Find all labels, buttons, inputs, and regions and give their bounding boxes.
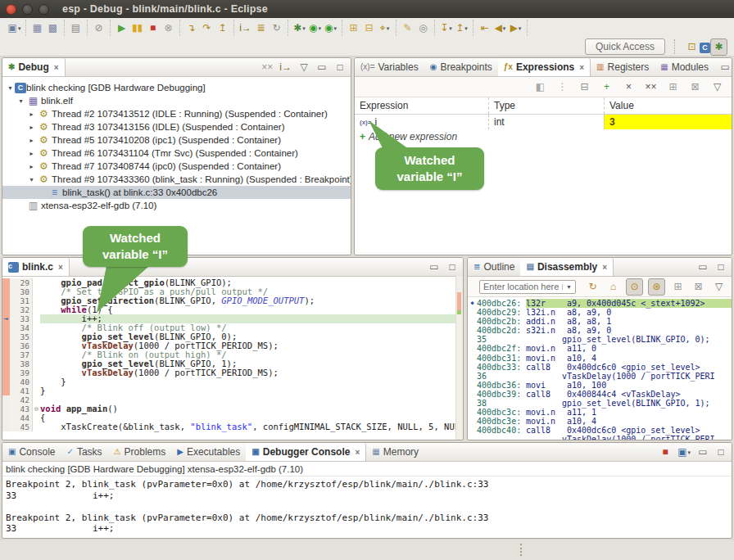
debug-icon[interactable]: ✱▾	[292, 20, 307, 36]
disassembly-instruction-line[interactable]: 400dbc2d:s32i.na8, a9, 0	[468, 326, 732, 335]
fold-marker-icon[interactable]: ⊖	[33, 404, 40, 413]
annotation-ruler[interactable]	[2, 341, 10, 350]
maximize-icon[interactable]: □	[715, 445, 727, 460]
open-element-icon[interactable]: ⊟	[361, 20, 377, 36]
tab-executables[interactable]: ▶Executables	[171, 443, 246, 461]
terminate-icon[interactable]: ■	[659, 445, 671, 460]
annotation-ruler[interactable]	[2, 296, 10, 305]
suspend-icon[interactable]: ▮▮	[129, 20, 145, 36]
annotation-ruler[interactable]	[2, 323, 10, 332]
skip-all-breakpoints-icon[interactable]: ⊘	[91, 20, 106, 36]
tree-expander-open-icon[interactable]: ▾	[27, 176, 36, 183]
disassembly-instruction-line[interactable]: 400dbc31:movi.na10, 4	[468, 354, 732, 363]
tab-breakpoints[interactable]: ◉Breakpoints	[424, 58, 498, 76]
new-view-icon[interactable]: ⊞	[670, 279, 686, 295]
close-tab-icon[interactable]: ×	[58, 263, 63, 272]
tab-disassembly[interactable]: ▤Disassembly×	[520, 258, 614, 276]
annotation-ruler[interactable]	[2, 404, 10, 413]
annotation-ruler[interactable]	[2, 413, 10, 422]
tab-problems[interactable]: ⚠Problems	[108, 443, 172, 461]
tab-debug[interactable]: ✱ Debug ×	[2, 58, 66, 76]
minimize-icon[interactable]: ▭	[697, 445, 709, 460]
tree-expander-open-icon[interactable]: ▾	[16, 97, 25, 105]
tab-memory[interactable]: ▦Memory	[366, 443, 424, 461]
disassembly-instruction-line[interactable]: 400dbc3c:movi.na11, 1	[468, 408, 732, 417]
debug-tree-row[interactable]: ▾Cblink checking [GDB Hardware Debugging…	[2, 81, 351, 94]
code-line[interactable]: 41}	[2, 386, 463, 395]
window-minimize-button[interactable]	[22, 4, 33, 15]
pin-view-icon[interactable]: ⊠	[687, 79, 703, 95]
tree-expander-closed-icon[interactable]: ▸	[27, 124, 36, 131]
annotation-ruler[interactable]	[2, 332, 10, 341]
disassembly-source-line[interactable]: vTaskDelay(1000 / portTICK_PERI	[468, 435, 732, 440]
disassembly-instruction-line[interactable]: 400dbc2f:movi.na11, 0	[468, 344, 732, 353]
view-menu-icon[interactable]: ▽	[711, 279, 727, 295]
open-perspective-icon[interactable]: ⊡	[684, 39, 700, 55]
new-wizard-icon[interactable]: ▣▾	[7, 20, 22, 36]
tab-modules[interactable]: ▦Modules	[655, 58, 714, 76]
disassembly-instruction-line[interactable]: 400dbc40:call80x400dc6c0 <gpio_set_level…	[468, 426, 732, 435]
debug-tree-row[interactable]: ▸⚙Thread #6 1073431104 (Tmr Svc) (Suspen…	[2, 147, 351, 160]
debug-tree-row[interactable]: ▾▦blink.elf	[2, 94, 351, 107]
cpp-perspective-icon[interactable]: C	[700, 43, 710, 53]
tree-expander-closed-icon[interactable]: ▸	[27, 137, 36, 144]
console-output[interactable]: Breakpoint 2, blink_task (pvParameter=0x…	[2, 476, 732, 535]
column-header-type[interactable]: Type	[488, 97, 604, 114]
remove-all-expressions-icon[interactable]: ××	[643, 79, 659, 95]
breakpoint-ruler-marker[interactable]: →	[2, 314, 10, 323]
tab-tasks[interactable]: ✓Tasks	[61, 443, 107, 461]
save-icon[interactable]: ▦	[29, 20, 45, 36]
window-close-button[interactable]	[6, 4, 16, 15]
step-return-icon[interactable]: ↥	[215, 20, 230, 36]
debug-perspective-icon[interactable]: ✱	[710, 38, 727, 56]
search-icon[interactable]: ⌖▾	[377, 20, 392, 36]
instruction-stepping-icon[interactable]: i→	[238, 20, 253, 36]
tab-variables[interactable]: (x)=Variables	[355, 58, 424, 76]
home-icon[interactable]: ⌂	[605, 279, 621, 295]
tab-console[interactable]: ▣Console	[2, 443, 61, 461]
tab-debugger-console[interactable]: ▣Debugger Console×	[246, 443, 366, 461]
close-tab-icon[interactable]: ×	[355, 448, 360, 457]
tree-expander-closed-icon[interactable]: ▸	[27, 111, 36, 118]
column-header-expression[interactable]: Expression	[355, 97, 488, 114]
display-selected-console-icon[interactable]: ▣▾	[677, 445, 691, 460]
disassembly-source-line[interactable]: 35gpio_set_level(BLINK_GPIO, 0);	[468, 335, 732, 344]
run-icon[interactable]: ◉▾	[307, 20, 323, 36]
disassembly-instruction-line[interactable]: 400dbc33:call80x400dc6c0 <gpio_set_level…	[468, 363, 732, 372]
code-line[interactable]: 43⊖void app_main()	[2, 404, 463, 413]
debug-tree-row[interactable]: ▸⚙Thread #2 1073413512 (IDLE : Running) …	[2, 107, 351, 120]
show-logical-structure-icon[interactable]: ⋮	[555, 79, 570, 95]
minimize-icon[interactable]: ▭	[719, 60, 731, 75]
disassembly-source-line[interactable]: 38gpio_set_level(BLINK_GPIO, 1);	[468, 399, 732, 408]
disassembly-instruction-line[interactable]: 400dbc2b:addi.na8, a8, 1	[468, 317, 732, 326]
maximize-icon[interactable]: □	[334, 60, 346, 75]
code-editor[interactable]: 29 gpio_pad_select_gpio(BLINK_GPIO);30 /…	[2, 277, 463, 431]
maximize-icon[interactable]: □	[446, 260, 458, 275]
add-expression-icon[interactable]: +	[599, 79, 614, 95]
quick-access-button[interactable]: Quick Access	[585, 38, 665, 55]
follow-pc-icon[interactable]: ⊙	[626, 278, 643, 296]
remove-expression-icon[interactable]: ×	[621, 79, 637, 95]
annotation-ruler[interactable]	[2, 359, 10, 368]
annotation-ruler[interactable]	[2, 422, 10, 431]
tree-expander-closed-icon[interactable]: ▸	[27, 163, 36, 170]
debug-tree-row[interactable]: ▥xtensa-esp32-elf-gdb (7.10)	[2, 199, 351, 212]
tree-expander-closed-icon[interactable]: ▸	[27, 150, 36, 157]
pin-view-icon[interactable]: ⊠	[691, 279, 706, 295]
debug-tree-row[interactable]: ▸⚙Thread #5 1073410208 (ipc1) (Suspended…	[2, 133, 351, 147]
column-header-value[interactable]: Value	[604, 97, 732, 114]
debug-launch-tree[interactable]: ▾Cblink checking [GDB Hardware Debugging…	[2, 77, 351, 212]
view-menu-icon[interactable]: ▽	[298, 60, 310, 75]
tab-outline[interactable]: ≣Outline	[468, 258, 520, 276]
remove-all-terminated-icon[interactable]: ××	[261, 60, 273, 75]
expression-value-cell[interactable]: 3	[604, 115, 732, 129]
annotation-ruler[interactable]	[2, 386, 10, 395]
disassembly-instruction-line[interactable]: 400dbc29:l32i.na8, a9, 0	[468, 308, 732, 317]
disassembly-source-line[interactable]: 36vTaskDelay(1000 / portTICK_PERI	[468, 372, 732, 381]
new-project-icon[interactable]: ⊞	[346, 20, 361, 36]
close-tab-icon[interactable]: ×	[579, 63, 584, 72]
code-line[interactable]: 45 xTaskCreate(&blink_task, "blink_task"…	[2, 422, 463, 431]
instruction-stepping-toggle-icon[interactable]: i→	[279, 60, 292, 75]
tab-expressions[interactable]: ƒxExpressions×	[498, 58, 591, 76]
disassembly-instruction-line[interactable]: ◆400dbc26:l32ra9, 0x400d045c <_stext+109…	[468, 299, 732, 308]
